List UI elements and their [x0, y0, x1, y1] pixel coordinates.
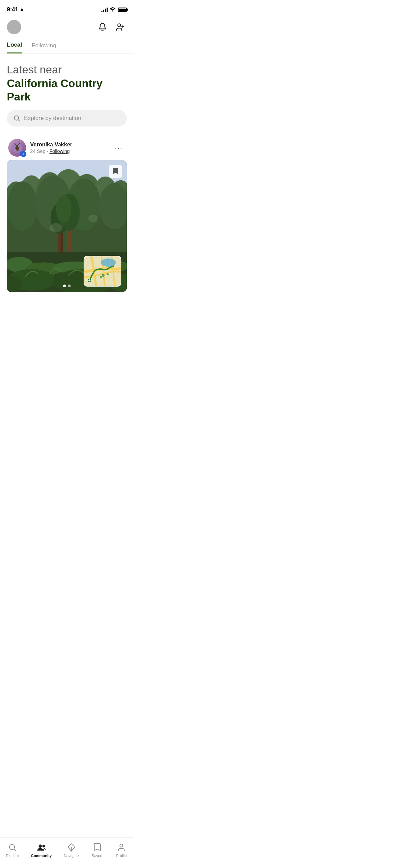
author-avatar-wrap: +: [8, 139, 26, 157]
post-image[interactable]: [7, 160, 127, 292]
status-time: 9:41: [7, 6, 18, 13]
wifi-icon: [110, 7, 116, 12]
hero-section: Latest near California Country Park: [7, 63, 127, 103]
post-card: + Veronika Vakker 24 Sep · Following ···: [7, 135, 127, 292]
deer-icon: [12, 143, 22, 153]
svg-line-4: [18, 120, 20, 121]
add-user-button[interactable]: [114, 21, 127, 33]
post-header: + Veronika Vakker 24 Sep · Following ···: [7, 135, 127, 160]
svg-point-44: [101, 258, 116, 267]
header-actions: [97, 21, 127, 33]
author-meta: 24 Sep · Following: [30, 148, 72, 154]
status-bar: 9:41: [0, 0, 134, 17]
post-author: + Veronika Vakker 24 Sep · Following: [8, 139, 72, 157]
search-icon: [13, 114, 21, 122]
meta-separator: ·: [47, 148, 48, 154]
author-name: Veronika Vakker: [30, 142, 72, 148]
dot-1: [63, 285, 66, 287]
svg-rect-10: [16, 149, 16, 151]
svg-point-46: [88, 279, 90, 281]
svg-point-8: [16, 145, 18, 147]
search-placeholder: Explore by destination: [24, 115, 81, 122]
ellipsis-icon: ···: [115, 144, 123, 152]
svg-point-42: [88, 215, 98, 222]
search-container: Explore by destination: [7, 110, 127, 126]
bookmark-icon: [112, 168, 119, 175]
map-thumbnail[interactable]: [84, 256, 121, 287]
svg-rect-12: [18, 149, 19, 151]
header: [0, 17, 134, 38]
pagination-dots: [63, 285, 71, 287]
notification-button[interactable]: [97, 21, 108, 33]
hero-prefix: Latest near: [7, 63, 127, 76]
main-content: Latest near California Country Park Expl…: [0, 53, 134, 332]
svg-rect-11: [17, 149, 17, 151]
status-icons: [101, 7, 127, 12]
more-options-button[interactable]: ···: [112, 143, 125, 153]
svg-point-31: [56, 195, 72, 223]
tab-following[interactable]: Following: [32, 39, 56, 53]
svg-point-49: [100, 276, 102, 278]
user-avatar[interactable]: [7, 20, 21, 34]
svg-point-41: [50, 223, 62, 232]
tab-local[interactable]: Local: [7, 39, 22, 53]
svg-point-0: [118, 24, 121, 27]
signal-bars: [101, 7, 108, 12]
bookmark-button[interactable]: [109, 165, 122, 178]
hero-location: California Country Park: [7, 77, 127, 103]
svg-point-48: [107, 273, 109, 275]
svg-point-9: [15, 147, 19, 150]
battery-icon: [118, 8, 127, 12]
map-svg: [84, 256, 121, 287]
dot-2: [68, 285, 71, 287]
tabs: Local Following: [0, 38, 134, 53]
author-info: Veronika Vakker 24 Sep · Following: [30, 142, 72, 154]
svg-point-47: [102, 274, 105, 277]
svg-point-22: [7, 182, 38, 231]
bell-icon: [98, 23, 107, 32]
location-arrow-icon: [20, 7, 24, 12]
following-link[interactable]: Following: [49, 148, 70, 154]
post-date: 24 Sep: [30, 148, 45, 154]
person-add-icon: [116, 23, 125, 32]
search-bar[interactable]: Explore by destination: [7, 110, 127, 126]
